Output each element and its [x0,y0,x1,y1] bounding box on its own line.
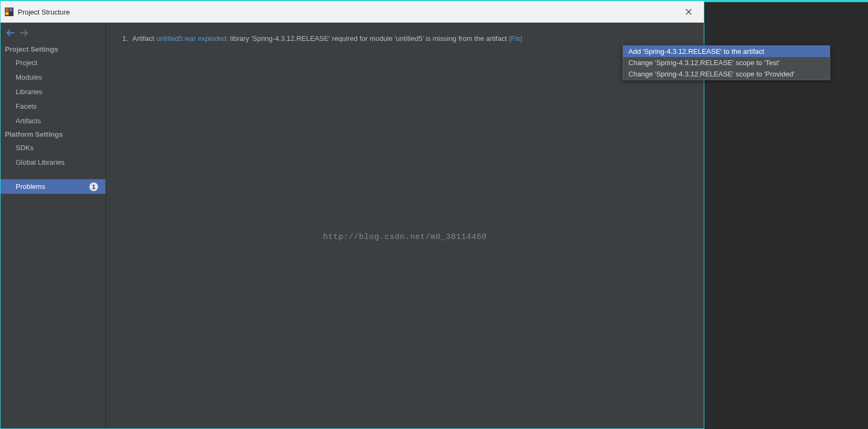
watermark-text: http://blog.csdn.net/m0_38114460 [323,233,487,242]
arrow-left-icon [6,29,15,37]
problems-count-badge: 1 [89,182,98,191]
close-icon [685,9,692,15]
sidebar-item-sdks[interactable]: SDKs [1,140,106,155]
sidebar-item-global-libraries[interactable]: Global Libraries [1,155,106,170]
nav-arrows [1,25,106,43]
sidebar-item-modules[interactable]: Modules [1,70,106,85]
app-icon [5,8,13,16]
sidebar: Project Settings Project Modules Librari… [1,23,106,428]
fix-link[interactable]: [Fix] [509,34,522,43]
sidebar-item-label: Libraries [16,88,43,96]
sidebar-item-artifacts[interactable]: Artifacts [1,114,106,128]
dialog-body: Project Settings Project Modules Librari… [1,23,704,428]
problem-index: 1. [122,34,128,43]
problem-prefix: Artifact [132,34,156,43]
sidebar-item-project[interactable]: Project [1,55,106,70]
sidebar-item-label: Project [16,59,37,67]
sidebar-heading-platform-settings: Platform Settings [1,128,106,140]
popup-item-label: Change 'Spring-4.3.12.RELEASE' scope to … [628,59,780,67]
sidebar-item-label: Modules [16,73,42,81]
sidebar-item-label: SDKs [16,144,33,152]
nav-back-button[interactable] [6,28,16,38]
popup-item-label: Change 'Spring-4.3.12.RELEASE' scope to … [628,70,794,78]
nav-forward-button[interactable] [19,28,29,38]
content-panel: 1. Artifact untitled5:war exploded: libr… [106,23,704,428]
sidebar-item-label: Artifacts [16,117,41,125]
sidebar-item-label: Problems [16,182,45,191]
project-structure-dialog: Project Structure [0,0,704,429]
titlebar: Project Structure [1,1,704,23]
fix-popup-menu: Add 'Spring-4.3.12.RELEASE' to the artif… [622,45,830,80]
sidebar-item-libraries[interactable]: Libraries [1,85,106,99]
editor-tab-strip [704,0,868,2]
popup-item-scope-test[interactable]: Change 'Spring-4.3.12.RELEASE' scope to … [623,57,830,68]
sidebar-item-label: Facets [16,102,37,110]
problem-text: Artifact untitled5:war exploded: library… [132,34,522,43]
sidebar-item-label: Global Libraries [16,158,65,166]
window-title: Project Structure [18,8,678,16]
problem-message: : library 'Spring-4.3.12.RELEASE' requir… [226,34,509,43]
sidebar-item-problems[interactable]: Problems 1 [1,179,106,194]
artifact-link[interactable]: untitled5:war exploded [156,34,226,43]
popup-item-scope-provided[interactable]: Change 'Spring-4.3.12.RELEASE' scope to … [623,68,830,80]
sidebar-spacer [1,170,106,179]
problem-row: 1. Artifact untitled5:war exploded: libr… [122,34,688,43]
arrow-right-icon [19,29,28,37]
sidebar-item-facets[interactable]: Facets [1,99,106,114]
svg-rect-2 [9,8,12,11]
popup-item-label: Add 'Spring-4.3.12.RELEASE' to the artif… [628,47,764,55]
popup-item-add-to-artifact[interactable]: Add 'Spring-4.3.12.RELEASE' to the artif… [623,46,830,57]
sidebar-heading-project-settings: Project Settings [1,43,106,55]
close-button[interactable] [678,1,699,23]
svg-rect-1 [5,8,9,11]
svg-rect-3 [5,12,9,15]
